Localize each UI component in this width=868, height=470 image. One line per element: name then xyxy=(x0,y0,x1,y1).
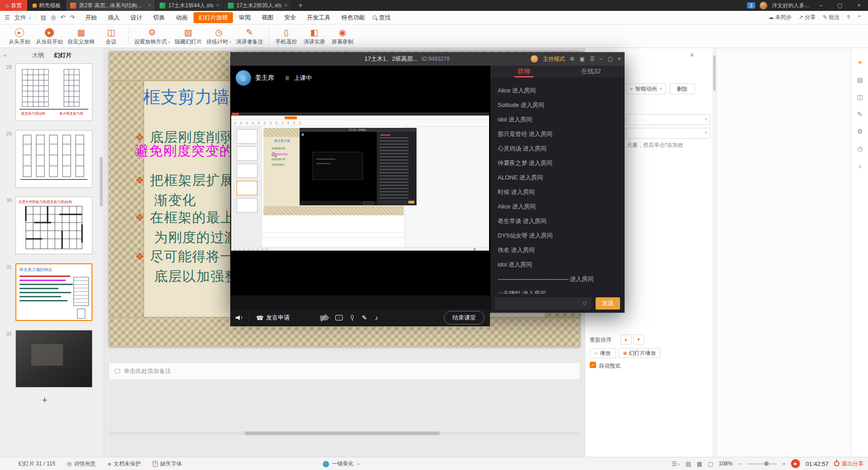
collapse-ribbon-icon[interactable]: ⌃ xyxy=(857,15,862,21)
ribbon-tab-security[interactable]: 安全 xyxy=(279,12,301,23)
close-tab-icon[interactable]: × xyxy=(216,2,219,9)
exit-share-button[interactable]: 退出分享 xyxy=(834,460,863,468)
chat-input[interactable]: ☺ xyxy=(495,297,592,310)
chat-tab[interactable]: 群聊 xyxy=(490,66,558,78)
ribbon-tab-animation[interactable]: 动画 xyxy=(171,12,193,23)
minimize-icon[interactable]: – xyxy=(814,2,828,9)
slide-bullet[interactable]: ❖在框架的最上 xyxy=(135,208,234,227)
slide-text[interactable]: 渐变化 xyxy=(154,191,196,210)
ribbon-tab-devtools[interactable]: 开发工具 xyxy=(302,12,335,23)
rehearse-timings-button[interactable]: ◷排练计时˅ xyxy=(204,27,233,46)
ribbon-tab-insert[interactable]: 插入 xyxy=(103,12,125,23)
horizontal-scrollbar[interactable] xyxy=(109,431,580,435)
speaker-icon[interactable] xyxy=(236,315,242,320)
notes-area[interactable]: 单击此处添加备注 xyxy=(109,363,580,380)
slides-tab[interactable]: 幻灯片 xyxy=(54,51,72,59)
phone-remote-button[interactable]: ▯手机遥控 xyxy=(272,27,301,46)
doc-tab-xls-2[interactable]: 17土木2班35人.xls× xyxy=(224,0,292,11)
undo-icon[interactable]: ↶ xyxy=(60,14,65,21)
slide-thumbnail-31[interactable]: 框支剪力墙的特点 xyxy=(15,263,92,321)
online-tab[interactable]: 在线32 xyxy=(558,66,625,78)
delete-animation-button[interactable]: 删除 xyxy=(669,83,695,94)
share-button[interactable]: ↗分享 xyxy=(799,14,815,21)
add-slide-button[interactable]: + xyxy=(42,394,48,406)
chat-message-list[interactable]: Alice 进入房间 Solitude 进入房间 idol 进入房间 那只是曾经… xyxy=(490,78,625,294)
rail-history-icon[interactable]: ◷ xyxy=(857,145,863,152)
show-settings-button[interactable]: ⚙设置放映方式˅ xyxy=(132,27,172,46)
one-click-beautify-button[interactable]: 一键美化˄ xyxy=(323,457,359,470)
hide-slide-button[interactable]: ▨隐藏幻灯片 xyxy=(172,27,204,46)
microphone-icon[interactable] xyxy=(350,315,354,320)
slide-text[interactable]: 底层以加强整 xyxy=(154,267,238,286)
new-tab-button[interactable]: + xyxy=(292,1,309,10)
annotate-icon[interactable]: ✎ xyxy=(362,314,367,321)
reading-view-icon[interactable]: ▢ xyxy=(708,460,713,467)
slide-thumbnail-30[interactable]: 高层大空间剪力墙(框支剪力墙)结构 xyxy=(15,197,92,254)
rail-settings-icon[interactable]: ⚙ xyxy=(857,128,863,135)
emoji-icon[interactable]: ☺ xyxy=(582,299,588,306)
close-icon[interactable]: × xyxy=(852,2,866,9)
slide-thumbnail-28[interactable]: 框支剪力墙结构 单片框支剪力墙 xyxy=(15,63,92,121)
slide-thumbnail-29[interactable] xyxy=(15,130,92,188)
rail-edit-icon[interactable]: ✎ xyxy=(857,111,863,118)
collapse-panel-icon[interactable]: « xyxy=(4,52,7,58)
hamburger-icon[interactable]: ☰ xyxy=(5,14,10,21)
screen-share-icon[interactable]: ↑ xyxy=(335,315,343,320)
zoom-slider[interactable] xyxy=(747,463,777,465)
ribbon-tab-transition[interactable]: 切换 xyxy=(148,12,170,23)
home-tab[interactable]: ⌂首页 xyxy=(0,0,27,11)
find-button[interactable]: 查找 xyxy=(373,14,391,22)
music-icon[interactable]: ♪ xyxy=(375,314,378,321)
file-menu[interactable]: 文件 ˅ xyxy=(15,14,31,22)
presentation-record-button[interactable]: ◧演讲实录 xyxy=(301,27,329,46)
close-tab-icon[interactable]: × xyxy=(148,2,151,9)
meeting-titlebar[interactable]: 17土木1、2班高层... ID:9493278 主持模式 ⚙ ▣ ☰ – ▢ … xyxy=(230,52,625,66)
sync-status[interactable]: ☁未同步 xyxy=(768,14,791,21)
ribbon-tab-slideshow[interactable]: 幻灯片放映 xyxy=(194,12,233,23)
zoom-in-icon[interactable]: + xyxy=(782,460,786,467)
meeting-popout-icon[interactable]: ▣ xyxy=(580,56,585,62)
screen-record-button[interactable]: ◉屏幕录制 xyxy=(329,27,357,46)
slide-title[interactable]: 框支剪力墙 xyxy=(143,86,229,109)
meeting-maximize-icon[interactable]: ▢ xyxy=(608,56,613,62)
pane-scrollbar[interactable] xyxy=(713,48,716,457)
animation-option-select[interactable]: ˅ xyxy=(626,128,710,139)
user-avatar[interactable] xyxy=(760,2,767,10)
slide-bullet[interactable]: ❖尽可能得将一 xyxy=(135,247,234,266)
save-icon[interactable]: ▤ xyxy=(41,14,46,21)
missing-font-warning[interactable]: T缺失字体 xyxy=(153,460,182,468)
meeting-settings-icon[interactable]: ⚙ xyxy=(570,56,575,62)
rail-properties-icon[interactable]: ▤ xyxy=(857,76,863,83)
meeting-minimize-icon[interactable]: – xyxy=(600,56,603,62)
meeting-menu-icon[interactable]: ☰ xyxy=(590,56,595,62)
comment-button[interactable]: ✎批注 xyxy=(823,14,839,21)
request-speak-button[interactable]: ☎发言申请 xyxy=(256,314,290,322)
doc-tab-presentation[interactable]: 第2章 高层...体系与结构布置× xyxy=(66,0,155,11)
pane-close-icon[interactable]: ✕ xyxy=(689,52,694,58)
redo-icon[interactable]: ↷ xyxy=(70,14,75,21)
rail-layout-icon[interactable]: ◫ xyxy=(857,93,863,101)
zoom-level[interactable]: 108% xyxy=(719,460,733,467)
animation-select[interactable]: ˅ xyxy=(626,114,710,125)
move-up-button[interactable]: ▲ xyxy=(621,334,631,344)
theme-name[interactable]: ▤诗情画意 xyxy=(67,460,96,468)
ribbon-tab-view[interactable]: 视图 xyxy=(257,12,278,23)
smart-animation-dropdown[interactable]: ✦智能动画˅ xyxy=(626,83,666,94)
slide-bullet[interactable]: ❖把框架层扩展 xyxy=(135,171,234,190)
ribbon-tab-start[interactable]: 开始 xyxy=(80,12,102,23)
start-from-current-button[interactable]: ▶从当前开始 xyxy=(34,27,65,46)
rail-recommend-icon[interactable]: ✦ xyxy=(857,59,863,66)
auto-preview-checkbox[interactable]: ✓ xyxy=(590,362,596,368)
protection-status[interactable]: ◈文档未保护 xyxy=(107,460,141,468)
play-slideshow-button[interactable]: ▶ xyxy=(791,459,800,468)
rail-media-icon[interactable]: ♪ xyxy=(858,162,862,170)
ribbon-tab-features[interactable]: 特色功能 xyxy=(336,12,370,23)
maximize-icon[interactable]: ▢ xyxy=(833,2,847,9)
custom-show-button[interactable]: ▦自定义放映 xyxy=(65,27,97,46)
close-tab-icon[interactable]: × xyxy=(284,2,287,9)
ribbon-tab-design[interactable]: 设计 xyxy=(126,12,147,23)
slide-thumbnail-32[interactable] xyxy=(15,330,92,388)
help-button[interactable]: ? xyxy=(847,15,850,21)
speaker-notes-button[interactable]: ✎演讲者备注 xyxy=(234,27,266,46)
send-button[interactable]: 发送 xyxy=(596,297,620,310)
